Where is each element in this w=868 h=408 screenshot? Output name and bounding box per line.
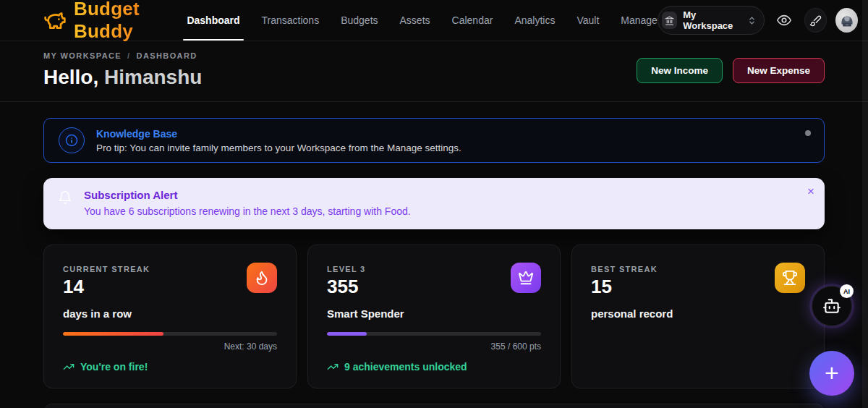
breadcrumb-dashboard[interactable]: DASHBOARD xyxy=(137,51,197,60)
subscription-alert-body: You have 6 subscriptions renewing in the… xyxy=(84,205,411,217)
stat-label: LEVEL 3 xyxy=(327,265,541,273)
stat-footer-text: You're on fire! xyxy=(80,361,148,373)
stat-footer: 9 achievements unlocked xyxy=(327,361,541,373)
landmark-icon xyxy=(662,12,677,29)
trending-up-icon xyxy=(327,361,339,373)
breadcrumb-workspace[interactable]: MY WORKSPACE xyxy=(43,51,122,60)
level-progress-bar xyxy=(327,332,541,336)
subscription-alert-title: Subscription Alert xyxy=(84,189,411,201)
breadcrumb-separator: / xyxy=(127,51,130,60)
plus-icon: + xyxy=(825,360,839,385)
workspace-switcher[interactable]: My Workspace xyxy=(658,6,765,35)
stat-value: 355 xyxy=(327,276,541,298)
ai-assistant-button[interactable]: AI xyxy=(812,286,852,326)
greeting-prefix: Hello, xyxy=(43,66,98,88)
trending-up-icon xyxy=(63,361,75,373)
new-expense-button[interactable]: New Expense xyxy=(733,58,825,83)
nav-item-transactions[interactable]: Transactions xyxy=(262,0,320,41)
streak-progress-fill xyxy=(63,332,163,336)
stat-footer-text: 9 achievements unlocked xyxy=(344,361,467,373)
header-actions: My Workspace xyxy=(658,6,858,35)
main-nav: Dashboard Transactions Budgets Assets Ca… xyxy=(187,0,657,41)
workspace-label: My Workspace xyxy=(683,9,741,31)
nav-item-manage[interactable]: Manage xyxy=(621,0,658,41)
nav-item-dashboard[interactable]: Dashboard xyxy=(187,0,239,41)
subscription-alert-banner: Subscription Alert You have 6 subscripti… xyxy=(43,178,825,229)
streak-progress-bar xyxy=(63,332,277,336)
close-icon[interactable]: × xyxy=(807,185,814,197)
info-icon xyxy=(59,127,85,153)
greeting-name: Himanshu xyxy=(104,66,202,88)
nav-item-budgets[interactable]: Budgets xyxy=(341,0,378,41)
nav-item-analytics[interactable]: Analytics xyxy=(514,0,555,41)
financial-health-card: FINANCIAL HEALTH SCORE 94 /100 xyxy=(43,404,825,408)
banner-indicator-dot xyxy=(805,130,811,136)
brand-name: Budget Buddy xyxy=(74,0,165,43)
breadcrumb: MY WORKSPACE / DASHBOARD xyxy=(43,51,202,60)
stat-subtitle: Smart Spender xyxy=(327,307,541,320)
brand-logo[interactable]: Budget Buddy xyxy=(43,0,165,43)
quick-actions: New Income New Expense xyxy=(637,58,825,83)
user-avatar[interactable] xyxy=(835,8,858,33)
eye-icon xyxy=(776,12,792,28)
stat-footer: You're on fire! xyxy=(63,361,277,373)
stat-note: 355 / 600 pts xyxy=(327,341,541,352)
crown-icon xyxy=(511,263,541,293)
new-income-button[interactable]: New Income xyxy=(637,58,723,83)
knowledge-base-body: Pro tip: You can invite family members t… xyxy=(96,143,461,153)
piggy-bank-icon xyxy=(43,9,67,32)
page-title: Hello, Himanshu xyxy=(43,66,202,89)
level-progress-fill xyxy=(327,332,367,336)
bell-icon xyxy=(58,190,72,217)
current-streak-card: CURRENT STREAK 14 days in a row Next: 30… xyxy=(43,245,297,388)
page-header: MY WORKSPACE / DASHBOARD Hello, Himanshu… xyxy=(0,41,868,102)
nav-item-vault[interactable]: Vault xyxy=(576,0,599,41)
ai-badge: AI xyxy=(840,284,854,298)
top-navbar: Budget Buddy Dashboard Transactions Budg… xyxy=(0,0,868,41)
page-scrollbar[interactable] xyxy=(862,0,868,408)
paintbrush-icon xyxy=(809,14,822,27)
hooded-user-icon xyxy=(838,11,856,30)
level-card: LEVEL 3 355 Smart Spender 355 / 600 pts … xyxy=(307,245,561,388)
nav-item-assets[interactable]: Assets xyxy=(400,0,430,41)
theme-brush-button[interactable] xyxy=(804,8,827,33)
knowledge-base-title[interactable]: Knowledge Base xyxy=(96,128,461,140)
best-streak-card: BEST STREAK 15 personal record xyxy=(571,245,825,388)
flame-icon xyxy=(247,263,277,293)
stats-row: CURRENT STREAK 14 days in a row Next: 30… xyxy=(43,245,825,388)
stat-subtitle: personal record xyxy=(591,307,805,320)
stat-note: Next: 30 days xyxy=(63,341,277,352)
stat-label: BEST STREAK xyxy=(591,265,805,273)
stat-value: 14 xyxy=(63,276,277,298)
robot-icon xyxy=(822,297,841,315)
stat-value: 15 xyxy=(591,276,805,298)
privacy-eye-button[interactable] xyxy=(773,8,796,33)
knowledge-base-banner[interactable]: Knowledge Base Pro tip: You can invite f… xyxy=(43,118,825,163)
add-transaction-fab[interactable]: + xyxy=(809,351,854,396)
stat-label: CURRENT STREAK xyxy=(63,265,277,273)
main-content: Knowledge Base Pro tip: You can invite f… xyxy=(0,102,868,408)
chevrons-up-down-icon xyxy=(747,16,757,25)
trophy-icon xyxy=(775,263,805,293)
stat-subtitle: days in a row xyxy=(63,307,277,320)
nav-item-calendar[interactable]: Calendar xyxy=(452,0,493,41)
